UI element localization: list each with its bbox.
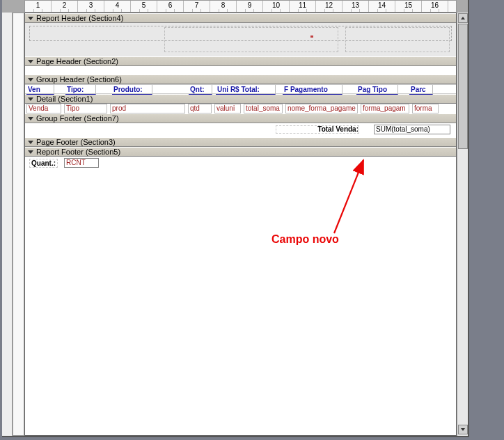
field-venda[interactable]: Venda — [26, 104, 61, 113]
collapse-arrow-icon — [28, 97, 33, 101]
hruler-tick: 6 — [157, 1, 184, 12]
vruler-tick: 0 — [24, 85, 25, 95]
report-header-body[interactable]: 0 1 — [25, 23, 456, 56]
collapse-arrow-icon — [28, 117, 33, 120]
hruler-tick: 12 — [316, 1, 342, 12]
collapse-arrow-icon — [28, 78, 33, 81]
section-header-page-footer[interactable]: Page Footer (Section3) — [25, 137, 456, 147]
app-canvas: 12345678910111213141516 Report Header (S… — [0, 0, 504, 440]
bands-area: Report Header (Section4) 0 1 Page Header… — [24, 13, 457, 436]
col-ven[interactable]: Ven — [26, 85, 54, 95]
vruler-tick: 0 — [24, 66, 25, 76]
hruler-tick: 10 — [263, 1, 290, 12]
hruler-tick: 8 — [210, 1, 237, 12]
section-header-group-header[interactable]: Group Header (Section6) — [25, 74, 456, 84]
vruler-tick: 0 — [24, 23, 25, 33]
section-header-page-header[interactable]: Page Header (Section2) — [25, 56, 456, 66]
hruler-tick: 13 — [342, 1, 369, 12]
collapse-arrow-icon — [28, 141, 33, 144]
total-venda-formula-field[interactable]: SUM(total_soma) — [374, 125, 450, 134]
hruler-tick: 1 — [25, 1, 52, 12]
section-header-detail[interactable]: Detail (Section1) — [25, 94, 456, 104]
section-label: Group Header (Section6) — [36, 75, 122, 84]
section-label: Report Header (Section4) — [36, 14, 123, 22]
vruler-tick: 8 — [24, 352, 25, 378]
section-label: Detail (Section1) — [36, 95, 93, 103]
col-qnt[interactable]: Qnt: — [189, 85, 212, 95]
vruler-tick: 3 — [24, 219, 25, 246]
group-footer-body[interactable]: Total Venda: SUM(total_soma) 0 — [25, 123, 456, 137]
field-valuni[interactable]: valuni — [214, 104, 241, 113]
col-pagtipo[interactable]: Pag Tipo — [356, 85, 398, 95]
detail-body[interactable]: Venda Tipo prod qtd valuni total_soma no… — [25, 104, 456, 113]
placeholder-box[interactable] — [345, 27, 450, 52]
designer-stage: 12345678910111213141516 Report Header (S… — [2, 0, 469, 437]
vruler-tick: 9 — [24, 378, 25, 404]
horizontal-ruler[interactable]: 12345678910111213141516 — [24, 0, 457, 13]
placeholder-box[interactable] — [164, 27, 338, 52]
field-tipo[interactable]: Tipo — [64, 104, 107, 113]
scroll-thumb[interactable] — [458, 24, 468, 149]
col-tipo[interactable]: Tipo: — [65, 85, 96, 95]
section-header-report-footer[interactable]: Report Footer (Section5) — [25, 147, 456, 157]
total-venda-label: Total Venda: — [317, 125, 359, 133]
hruler-tick: 16 — [422, 1, 448, 12]
scroll-up-button[interactable] — [458, 13, 468, 23]
hruler-tick: 11 — [290, 1, 316, 12]
hruler-tick: 9 — [237, 1, 263, 12]
field-forma-pagam[interactable]: forma_pagam — [361, 104, 409, 113]
hruler-tick: 4 — [104, 1, 131, 12]
col-fpag[interactable]: F Pagamento — [283, 85, 342, 95]
report-footer-body[interactable]: Quant.: RCNT 0 123456789 — [25, 157, 456, 400]
scroll-down-button[interactable] — [458, 425, 468, 434]
section-label: Page Footer (Section3) — [36, 138, 116, 146]
section-label: Page Header (Section2) — [36, 57, 118, 65]
quant-label: Quant.: — [29, 159, 58, 168]
collapse-arrow-icon — [28, 150, 33, 154]
vruler-tick: 7 — [24, 325, 25, 352]
hruler-tick: 15 — [395, 1, 422, 12]
vruler-tick: 1 — [24, 166, 25, 193]
vruler-tick: 5 — [24, 272, 25, 299]
col-produto[interactable]: Produto: — [112, 85, 152, 95]
vertical-scrollbar[interactable] — [457, 13, 468, 436]
collapse-arrow-icon — [28, 17, 33, 20]
annotation-text: Campo novo — [271, 233, 339, 246]
vruler-tick: 6 — [24, 299, 25, 325]
hruler-tick: 5 — [131, 1, 157, 12]
field-total-soma[interactable]: total_soma — [244, 104, 283, 113]
field-qtd[interactable]: qtd — [188, 104, 212, 113]
quant-field[interactable]: RCNT — [64, 158, 99, 168]
section-header-group-footer[interactable]: Group Footer (Section7) — [25, 113, 456, 123]
collapse-arrow-icon — [28, 60, 33, 63]
hruler-tick: 14 — [369, 1, 395, 12]
col-parc[interactable]: Parc — [409, 85, 433, 95]
vruler-tick: 0 — [24, 104, 25, 113]
left-gutter-handles — [2, 13, 13, 436]
field-nome-forma[interactable]: nome_forma_pagame — [285, 104, 358, 113]
field-forma[interactable]: forma — [412, 104, 439, 113]
vertical-ruler[interactable] — [13, 13, 24, 436]
group-header-body[interactable]: Ven Tipo: Produto: Qnt: Uni R$ Total: F … — [25, 84, 456, 94]
hruler-tick: 3 — [78, 1, 104, 12]
vruler-tick: 0 — [24, 123, 25, 137]
vruler-tick: 4 — [24, 246, 25, 272]
section-label: Group Footer (Section7) — [36, 114, 119, 123]
vruler-tick: 1 — [24, 33, 25, 56]
section-header-report-header[interactable]: Report Header (Section4) — [25, 13, 456, 23]
hruler-tick: 2 — [52, 1, 78, 12]
field-prod[interactable]: prod — [110, 104, 185, 113]
col-uni[interactable]: Uni R$ Total: — [216, 85, 276, 95]
section-label: Report Footer (Section5) — [36, 148, 120, 156]
page-header-body[interactable]: 0 — [25, 66, 456, 74]
vruler-tick: 0 — [24, 157, 25, 166]
vruler-tick: 2 — [24, 193, 25, 219]
hruler-tick: 7 — [184, 1, 210, 12]
marker-dot — [310, 36, 313, 38]
